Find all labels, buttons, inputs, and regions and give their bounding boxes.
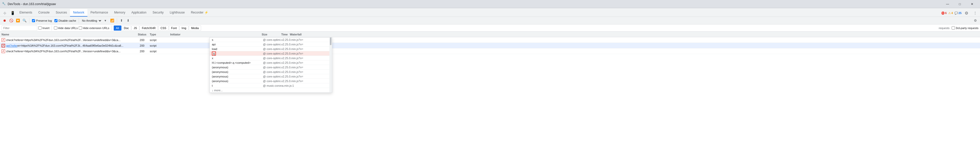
filter-input[interactable] xyxy=(2,25,37,31)
table-row[interactable]: ✗ check?referer=https%3A%2F%2Fdun.163.co… xyxy=(0,49,980,54)
popup-row-anon4[interactable]: (anonymous) @ core-optimi.v2.25.0.min.js… xyxy=(210,79,332,84)
popup-row-s[interactable]: s @ core-optimi.v2.25.0.min.js?v= xyxy=(210,38,332,42)
filter-fetchxhr-button[interactable]: Fetch/XHR xyxy=(140,25,158,31)
main-content: ✗ check?referer=https%3A%2F%2Fdun.163.co… xyxy=(0,37,980,167)
tab-security[interactable]: Security xyxy=(150,9,167,17)
popup-row-load[interactable]: load @ core-optimi.v2.25.0.min.js?v= xyxy=(210,47,332,51)
table-row[interactable]: ✗ get?referer=https%3A%2F%2Fdun.163.com%… xyxy=(0,43,980,49)
title-bar: 🔧 DevTools - dun.163.com/trial/jigsaw — … xyxy=(0,0,980,8)
col-header-initiator[interactable]: Initiator xyxy=(170,33,247,36)
popup-row-computed[interactable]: H.I.<computed>.q.<computed> @ core-optim… xyxy=(210,60,332,65)
filter-media-button[interactable]: Media xyxy=(189,25,201,31)
record-button[interactable]: ⏺ xyxy=(2,17,8,24)
row-type-3: script xyxy=(150,50,170,53)
tab-elements[interactable]: Elements xyxy=(16,9,35,17)
popup-row-anon1[interactable]: (anonymous) @ core-optimi.v2.25.0.min.js… xyxy=(210,65,332,69)
network-conditions-icon[interactable]: 📶 xyxy=(109,17,115,24)
filter-js-button[interactable]: JS xyxy=(131,25,139,31)
tab-network[interactable]: Network xyxy=(70,9,88,17)
hide-data-urls-label[interactable]: Hide data URLs xyxy=(54,26,78,30)
col-header-time[interactable]: Time xyxy=(267,33,288,36)
row-name-text-3: check?referer=https%3A%2F%2Fdun.163.com%… xyxy=(6,50,121,53)
popup-url-s: @ core-optimi.v2.25.0.min.js?v= xyxy=(263,38,303,41)
col-header-status[interactable]: Status xyxy=(134,33,150,36)
separator-2 xyxy=(79,18,79,23)
filter-all-button[interactable]: All xyxy=(114,25,121,31)
clear-button[interactable]: 🚫 xyxy=(8,17,14,24)
row-status-3: 200 xyxy=(134,50,150,53)
popup-row-t[interactable]: t @ music-corona.min.js:1 xyxy=(210,84,332,88)
col-header-waterfall[interactable]: Waterfall xyxy=(288,33,978,36)
popup-url-computed: @ core-optimi.v2.25.0.min.js?v= xyxy=(263,61,303,64)
throttle-down-icon[interactable]: ▾ xyxy=(102,17,108,24)
popup-scrollbar-track xyxy=(329,38,332,93)
export-button[interactable]: ⬇ xyxy=(125,17,131,24)
tab-application[interactable]: Application xyxy=(128,9,150,17)
third-party-checkbox[interactable] xyxy=(951,26,955,30)
devtools-icon-device[interactable]: 📱 xyxy=(9,9,16,17)
tab-recorder[interactable]: Recorder ⚡ xyxy=(188,9,212,17)
third-party-text: 3rd-party requests xyxy=(956,27,978,30)
popup-row-anon2[interactable]: (anonymous) @ core-optimi.v2.25.0.min.js… xyxy=(210,69,332,74)
row-waterfall-1 xyxy=(288,38,978,41)
search-button[interactable]: 🔍 xyxy=(21,17,28,24)
filter-css-button[interactable]: CSS xyxy=(158,25,169,31)
col-header-size[interactable]: Size xyxy=(247,33,267,36)
disable-cache-checkbox[interactable] xyxy=(54,19,57,22)
popup-func-anon1: (anonymous) xyxy=(212,66,263,69)
close-button[interactable]: ✕ xyxy=(966,0,978,8)
import-button[interactable]: ⬆ xyxy=(119,17,125,24)
tab-lighthouse[interactable]: Lighthouse xyxy=(167,9,188,17)
row-waterfall-3 xyxy=(288,50,978,53)
invert-checkbox[interactable] xyxy=(38,26,41,30)
requests-label: requests xyxy=(939,27,950,30)
separator-3 xyxy=(117,18,117,23)
popup-row-x[interactable]: x @ core-optimi.v2.25.0.min.js?v= xyxy=(210,56,332,60)
popup-row-anon3[interactable]: (anonymous) @ core-optimi.v2.25.0.min.js… xyxy=(210,74,332,79)
invert-label[interactable]: Invert xyxy=(38,26,49,30)
row-status-2: 200 xyxy=(134,44,150,47)
minimize-button[interactable]: — xyxy=(942,0,953,8)
invert-text: Invert xyxy=(43,27,49,30)
title-bar-text: DevTools - dun.163.com/trial/jigsaw xyxy=(8,2,56,6)
tab-sources[interactable]: Sources xyxy=(52,9,70,17)
preserve-log-label[interactable]: Preserve log xyxy=(31,19,53,22)
row-type-2: script xyxy=(150,44,170,47)
filter-font-button[interactable]: Font xyxy=(169,25,179,31)
popup-row-q[interactable]: q @ core-optimi.v2.25.0.min.js?v= xyxy=(210,51,332,56)
popup-more-text: ↓ more... xyxy=(212,89,223,92)
settings-icon[interactable]: ⚙ xyxy=(963,9,970,17)
popup-row-more[interactable]: ↓ more... xyxy=(210,88,332,93)
filter-doc-button[interactable]: Doc xyxy=(122,25,131,31)
error-count: 6 xyxy=(945,11,947,14)
throttle-select[interactable]: No throttling xyxy=(81,19,102,22)
col-header-type[interactable]: Type xyxy=(150,33,170,36)
more-options-icon[interactable]: ⋮ xyxy=(972,9,979,17)
tab-console[interactable]: Console xyxy=(35,9,52,17)
filter-img-button[interactable]: Img xyxy=(180,25,189,31)
title-bar-controls: — □ ✕ xyxy=(942,0,978,8)
devtools-icon-inspect[interactable]: ⊹ xyxy=(1,9,8,17)
row-error-icon-3: ✗ xyxy=(2,49,5,53)
row-error-icon-1: ✗ xyxy=(2,38,5,42)
filter-toggle-button[interactable]: 🔽 xyxy=(15,17,21,24)
popup-row-api[interactable]: api @ core-optimi.v2.25.0.min.js?v= xyxy=(210,42,332,47)
popup-scroll-thumb[interactable] xyxy=(330,38,331,45)
hide-extension-urls-checkbox[interactable] xyxy=(79,26,82,30)
filter-type-buttons: All Doc JS Fetch/XHR CSS Font Img Media xyxy=(114,25,201,31)
disable-cache-label[interactable]: Disable cache xyxy=(53,19,77,22)
preserve-log-checkbox[interactable] xyxy=(32,19,35,22)
tab-memory[interactable]: Memory xyxy=(111,9,128,17)
table-row[interactable]: ✗ check?referer=https%3A%2F%2Fdun.163.co… xyxy=(0,37,980,43)
disable-cache-text: Disable cache xyxy=(59,19,76,22)
hide-data-urls-checkbox[interactable] xyxy=(54,26,57,30)
tab-performance[interactable]: Performance xyxy=(88,9,111,17)
col-header-name[interactable]: Name xyxy=(2,33,134,36)
popup-url-x: @ core-optimi.v2.25.0.min.js?v= xyxy=(263,57,303,60)
preserve-log-text: Preserve log xyxy=(36,19,52,22)
settings-network-icon[interactable]: ⚙ xyxy=(972,17,978,24)
hide-extension-urls-label[interactable]: Hide extension URLs xyxy=(79,26,109,30)
popup-url-t: @ music-corona.min.js:1 xyxy=(263,84,294,87)
maximize-button[interactable]: □ xyxy=(954,0,966,8)
third-party-label[interactable]: 3rd-party requests xyxy=(951,26,978,30)
